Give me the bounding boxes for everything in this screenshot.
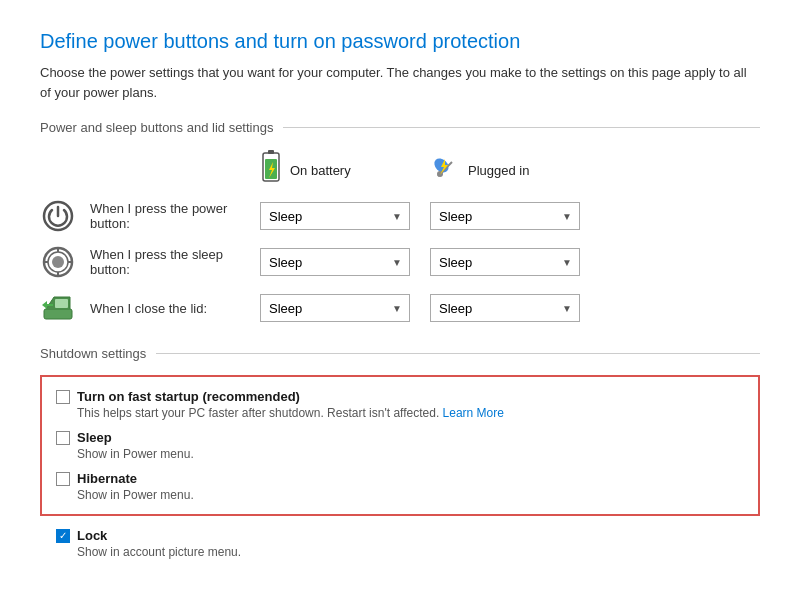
sleep-button-on-battery-wrapper[interactable]: Sleep Do nothing Hibernate Shut down Tur… — [260, 248, 410, 276]
page-title: Define power buttons and turn on passwor… — [40, 30, 760, 53]
lock-title: Lock — [77, 528, 107, 543]
hibernate-checkbox[interactable] — [56, 472, 70, 486]
svg-rect-1 — [268, 150, 274, 154]
lock-header: Lock — [56, 528, 744, 543]
sleep-header: Sleep — [56, 430, 744, 445]
sleep-button-plugged-in-dropdown[interactable]: Sleep Do nothing Hibernate Shut down Tur… — [430, 248, 580, 276]
power-button-label: When I press the power button: — [90, 201, 260, 231]
hibernate-desc: Show in Power menu. — [77, 488, 744, 502]
svg-rect-17 — [55, 299, 68, 308]
lid-on-battery-wrapper[interactable]: Sleep Do nothing Hibernate Shut down Tur… — [260, 294, 410, 322]
plugged-in-header: Plugged in — [430, 149, 600, 192]
fast-startup-learn-more[interactable]: Learn More — [443, 406, 504, 420]
column-headers: On battery Plugged in — [260, 149, 760, 192]
power-button-icon — [40, 198, 76, 234]
power-button-row: When I press the power button: Sleep Do … — [40, 198, 760, 234]
sleep-button-row: When I press the sleep button: Sleep Do … — [40, 244, 760, 280]
lid-row: When I close the lid: Sleep Do nothing H… — [40, 290, 760, 326]
sleep-button-dropdowns: Sleep Do nothing Hibernate Shut down Tur… — [260, 248, 580, 276]
lid-dropdowns: Sleep Do nothing Hibernate Shut down Tur… — [260, 294, 580, 322]
on-battery-header: On battery — [260, 149, 430, 192]
hibernate-item: Hibernate Show in Power menu. — [56, 471, 744, 502]
on-battery-label: On battery — [290, 163, 351, 178]
hibernate-header: Hibernate — [56, 471, 744, 486]
fast-startup-title: Turn on fast startup (recommended) — [77, 389, 300, 404]
shutdown-box: Turn on fast startup (recommended) This … — [40, 375, 760, 516]
power-button-on-battery-dropdown[interactable]: Sleep Do nothing Hibernate Shut down Tur… — [260, 202, 410, 230]
power-button-plugged-in-dropdown[interactable]: Sleep Do nothing Hibernate Shut down Tur… — [430, 202, 580, 230]
shutdown-section: Shutdown settings Turn on fast startup (… — [40, 346, 760, 571]
shutdown-section-header: Shutdown settings — [40, 346, 760, 361]
lock-checkbox[interactable] — [56, 529, 70, 543]
lid-label: When I close the lid: — [90, 301, 260, 316]
sleep-title: Sleep — [77, 430, 112, 445]
battery-icon — [260, 149, 282, 192]
sleep-button-icon — [40, 244, 76, 280]
power-button-plugged-in-wrapper[interactable]: Sleep Do nothing Hibernate Shut down Tur… — [430, 202, 580, 230]
fast-startup-checkbox[interactable] — [56, 390, 70, 404]
plugged-in-label: Plugged in — [468, 163, 529, 178]
power-sleep-section-header: Power and sleep buttons and lid settings — [40, 120, 760, 135]
lid-on-battery-dropdown[interactable]: Sleep Do nothing Hibernate Shut down Tur… — [260, 294, 410, 322]
page-description: Choose the power settings that you want … — [40, 63, 760, 102]
svg-point-11 — [52, 256, 64, 268]
fast-startup-item: Turn on fast startup (recommended) This … — [56, 389, 744, 420]
lid-plugged-in-wrapper[interactable]: Sleep Do nothing Hibernate Shut down Tur… — [430, 294, 580, 322]
hibernate-title: Hibernate — [77, 471, 137, 486]
power-button-dropdowns: Sleep Do nothing Hibernate Shut down Tur… — [260, 202, 580, 230]
lock-desc: Show in account picture menu. — [77, 545, 744, 559]
svg-rect-16 — [44, 309, 72, 319]
sleep-button-label: When I press the sleep button: — [90, 247, 260, 277]
fast-startup-desc: This helps start your PC faster after sh… — [77, 406, 744, 420]
sleep-button-plugged-in-wrapper[interactable]: Sleep Do nothing Hibernate Shut down Tur… — [430, 248, 580, 276]
sleep-item: Sleep Show in Power menu. — [56, 430, 744, 461]
sleep-checkbox[interactable] — [56, 431, 70, 445]
sleep-desc: Show in Power menu. — [77, 447, 744, 461]
sleep-button-on-battery-dropdown[interactable]: Sleep Do nothing Hibernate Shut down Tur… — [260, 248, 410, 276]
power-button-on-battery-wrapper[interactable]: Sleep Do nothing Hibernate Shut down Tur… — [260, 202, 410, 230]
lid-plugged-in-dropdown[interactable]: Sleep Do nothing Hibernate Shut down Tur… — [430, 294, 580, 322]
fast-startup-header: Turn on fast startup (recommended) — [56, 389, 744, 404]
lid-icon — [40, 290, 76, 326]
plug-icon — [430, 154, 460, 187]
lock-item: Lock Show in account picture menu. — [40, 516, 760, 571]
